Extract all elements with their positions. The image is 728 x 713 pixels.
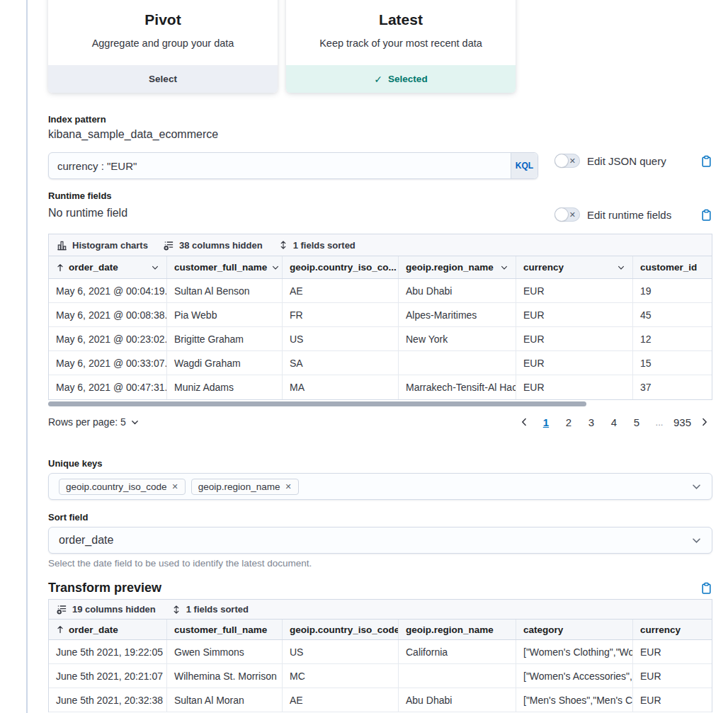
columns-hidden-label: 19 columns hidden (72, 604, 156, 615)
cell-country-iso-code: AE (283, 279, 399, 302)
cell-currency: EUR (516, 375, 633, 399)
sort-fields-icon (278, 240, 288, 250)
last-page-button[interactable]: 935 (673, 413, 691, 430)
cell-currency: EUR (633, 640, 712, 663)
page-number-button[interactable]: 1 (538, 413, 554, 430)
cell-region-name: Alpes-Maritimes (399, 303, 516, 326)
sort-field-select[interactable]: order_date (48, 527, 712, 554)
column-header-label: customer_full_name (174, 624, 267, 635)
column-header-order-date[interactable]: order_date (49, 256, 167, 278)
kql-language-button[interactable]: KQL (511, 153, 538, 178)
copy-query-button[interactable] (700, 155, 712, 167)
sort-field-help-text: Select the date field to be used to iden… (48, 558, 312, 569)
query-bar: currency : "EUR" KQL (48, 152, 538, 179)
remove-pill-icon[interactable]: ✕ (285, 482, 291, 491)
cell-country-iso-code: US (283, 327, 399, 350)
cell-country-iso-code: US (283, 640, 399, 663)
page-number-button[interactable]: 5 (628, 413, 645, 430)
column-header-region-name[interactable]: geoip.region_name (399, 256, 516, 278)
index-pattern-value: kibana_sample_data_ecommerce (48, 128, 218, 141)
edit-runtime-fields-toggle[interactable]: ✕ (554, 207, 580, 222)
cell-customer-full-name: Wagdi Graham (167, 351, 283, 375)
table-row: May 6, 2021 @ 00:47:31... Muniz Adams MA… (49, 375, 712, 399)
edit-runtime-fields-label: Edit runtime fields (587, 209, 671, 221)
cell-customer-full-name: Sultan Al Moran (167, 688, 283, 712)
column-header-label: customer_full_name (174, 262, 267, 273)
cell-customer-id: 12 (633, 327, 712, 350)
sort-ascending-icon (56, 625, 64, 634)
chevron-down-icon (500, 263, 508, 272)
pivot-select-button[interactable]: Select (48, 65, 278, 93)
histogram-charts-button[interactable]: Histogram charts (57, 240, 148, 251)
copy-runtime-fields-button[interactable] (700, 209, 712, 221)
cell-order-date: May 6, 2021 @ 00:47:31... (49, 375, 167, 399)
rows-per-page-button[interactable]: Rows per page: 5 (48, 416, 140, 428)
fields-sorted-button[interactable]: 1 fields sorted (171, 604, 249, 615)
cell-customer-full-name: Pia Webb (167, 303, 283, 326)
preview-grid-header: order_date customer_full_name geoip.coun… (49, 620, 712, 640)
latest-selected-button[interactable]: ✓ Selected (286, 65, 516, 93)
cell-region-name: New York (399, 327, 516, 350)
table-row: June 5th 2021, 20:21:07 Wilhemina St. Mo… (49, 664, 712, 688)
runtime-fields-value: No runtime field (48, 207, 127, 219)
column-header-country-iso-code[interactable]: geoip.country_iso_code (283, 620, 399, 639)
remove-pill-icon[interactable]: ✕ (172, 482, 178, 491)
cell-order-date: June 5th 2021, 20:21:07 (49, 664, 167, 688)
cell-country-iso-code: MA (283, 375, 399, 399)
page-number-button[interactable]: 4 (605, 413, 622, 430)
column-header-label: geoip.region_name (406, 624, 494, 635)
column-header-customer-full-name[interactable]: customer_full_name (167, 256, 283, 278)
query-input[interactable]: currency : "EUR" (49, 153, 511, 178)
table-row: June 5th 2021, 19:22:05 Gwen Simmons US … (49, 640, 712, 664)
source-grid-header: order_date customer_full_name geoip.coun… (49, 256, 712, 279)
column-header-customer-id[interactable]: customer_id (633, 256, 712, 278)
edit-json-query-toggle[interactable]: ✕ (554, 154, 580, 168)
cell-order-date: May 6, 2021 @ 00:33:07... (49, 351, 167, 375)
horizontal-scrollbar-thumb[interactable] (48, 401, 586, 406)
unique-keys-combobox[interactable]: geoip.country_iso_code ✕ geoip.region_na… (48, 473, 712, 500)
chevron-down-icon (130, 418, 140, 427)
cell-order-date: May 6, 2021 @ 00:23:02... (49, 327, 167, 350)
columns-hidden-button[interactable]: 38 columns hidden (164, 240, 263, 251)
chevron-down-icon (617, 263, 625, 272)
check-icon: ✓ (374, 74, 382, 85)
copy-icon (700, 209, 712, 221)
chevron-right-icon (700, 417, 710, 427)
chevron-down-icon (691, 481, 702, 492)
cell-currency: EUR (516, 279, 633, 302)
column-header-country-iso-code[interactable]: geoip.country_iso_co... (283, 256, 399, 278)
column-header-customer-full-name[interactable]: customer_full_name (167, 620, 283, 639)
column-header-currency[interactable]: currency (516, 256, 633, 278)
latest-selected-label: Selected (388, 74, 428, 84)
cell-customer-full-name: Gwen Simmons (167, 640, 283, 663)
column-header-label: geoip.country_iso_co... (290, 262, 397, 273)
unique-keys-label: Unique keys (48, 458, 103, 469)
sort-field-label: Sort field (48, 512, 88, 523)
page-number-button[interactable]: 2 (560, 413, 577, 430)
page-number-button[interactable]: 3 (583, 413, 600, 430)
cell-currency: EUR (516, 303, 633, 326)
edit-json-query-row: ✕ Edit JSON query (554, 153, 712, 169)
column-header-order-date[interactable]: order_date (49, 620, 167, 639)
columns-hidden-label: 38 columns hidden (179, 240, 263, 251)
cell-category: ["Women's Clothing","Wo... (516, 640, 633, 663)
latest-card-title: Latest (286, 11, 516, 28)
histogram-icon (57, 240, 67, 251)
column-header-currency[interactable]: currency (633, 620, 712, 639)
column-header-region-name[interactable]: geoip.region_name (399, 620, 516, 639)
cell-country-iso-code: MC (283, 664, 399, 688)
rows-per-page-label: Rows per page: 5 (48, 416, 126, 428)
copy-preview-button[interactable] (700, 582, 712, 594)
chevron-left-icon (519, 417, 529, 427)
columns-hidden-button[interactable]: 19 columns hidden (57, 604, 156, 615)
column-header-category[interactable]: category (516, 620, 633, 639)
column-header-label: geoip.country_iso_code (290, 624, 399, 635)
next-page-button[interactable] (697, 417, 712, 427)
column-header-label: category (523, 624, 563, 635)
fields-sorted-button[interactable]: 1 fields sorted (278, 240, 356, 251)
pill-label: geoip.country_iso_code (66, 481, 167, 492)
column-header-label: order_date (69, 624, 118, 635)
wizard-step-connector-line (26, 0, 28, 713)
previous-page-button[interactable] (516, 417, 532, 427)
latest-card-description: Keep track of your most recent data (286, 38, 516, 49)
